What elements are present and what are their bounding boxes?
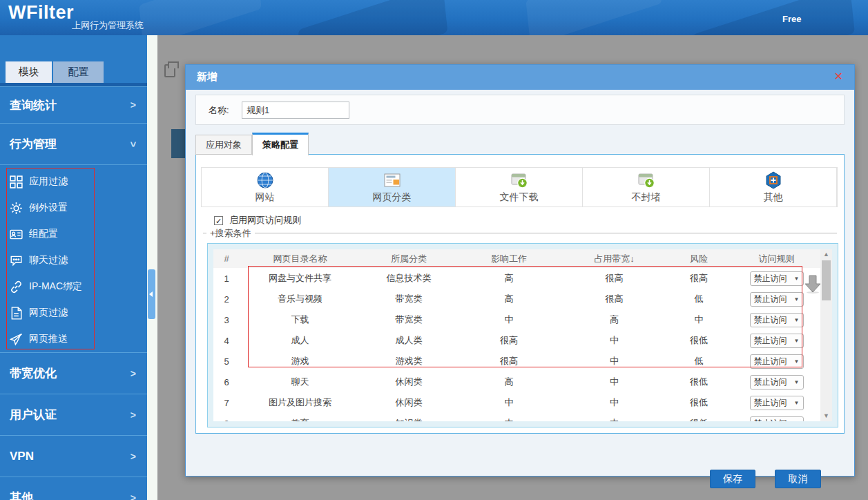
cell-name: 教育	[240, 417, 360, 421]
cell-index: 4	[213, 336, 240, 346]
cell-risk: 低	[668, 293, 730, 305]
cell-name: 音乐与视频	[240, 293, 360, 305]
tab-policy-config[interactable]: 策略配置	[252, 133, 309, 155]
enable-rule-label: 启用网页访问规则	[229, 214, 301, 227]
policy-category-tab[interactable]: 文件下载	[456, 168, 583, 206]
sidebar-section[interactable]: 带宽优化 >	[0, 352, 147, 394]
cell-category: 成人类	[360, 334, 457, 347]
category-label: 网页分类	[373, 191, 412, 204]
table-row: 6 聊天 休闲类 高 中 很低 禁止访问 ▼	[213, 372, 820, 392]
sidebar-section[interactable]: VPN >	[0, 435, 147, 477]
sidebar-tab-modules[interactable]: 模块	[6, 61, 52, 83]
table-row: 7 图片及图片搜索 休闲类 中 中 很低 禁止访问 ▼	[213, 392, 820, 413]
cell-index: 3	[213, 315, 240, 325]
close-icon[interactable]: ✕	[834, 70, 843, 83]
sidebar-submenu-item[interactable]: 组配置	[0, 221, 147, 247]
access-rule-select[interactable]: 禁止访问 ▼	[750, 334, 804, 348]
cell-risk: 中	[668, 314, 730, 326]
cell-category: 带宽类	[360, 314, 457, 326]
enable-rule-checkbox[interactable]: ✓	[214, 216, 223, 225]
link-icon	[10, 280, 23, 294]
globe-icon	[256, 171, 274, 189]
sidebar-section[interactable]: 用户认证 >	[0, 394, 147, 435]
sidebar: 模块 配置 查询统计 > 行为管理 > 应用过滤 例外设置	[0, 35, 147, 500]
cell-bandwidth: 很高	[561, 293, 668, 305]
table-row: 8 教育 知识类 中 中 很低 禁止访问 ▼	[213, 413, 820, 421]
sidebar-section[interactable]: 其他 >	[0, 477, 147, 500]
access-rule-select[interactable]: 禁止访问 ▼	[750, 416, 804, 422]
category-label: 网站	[255, 191, 275, 204]
section-label: VPN	[10, 450, 34, 463]
access-rule-select[interactable]: 禁止访问 ▼	[750, 292, 804, 307]
chevron-right-icon: >	[131, 492, 136, 500]
cell-bandwidth: 中	[561, 417, 668, 421]
sidebar-submenu-item[interactable]: 聊天过滤	[0, 247, 147, 273]
category-table-container: # 网页目录名称 所属分类 影响工作 占用带宽↓ 风险 访问规则 1 网盘与文件…	[207, 243, 838, 427]
cell-risk: 低	[668, 355, 730, 367]
policy-category-tab[interactable]: 网页分类	[329, 168, 456, 206]
search-conditions-legend[interactable]: +搜索条件	[206, 227, 255, 240]
keyboard-decoration	[139, 0, 262, 35]
grid-icon	[10, 175, 23, 189]
chat-icon	[10, 254, 23, 267]
sidebar-submenu-item[interactable]: 网页过滤	[0, 300, 147, 326]
dropdown-arrow-icon: ▼	[794, 379, 800, 385]
move-down-arrow-icon[interactable]	[804, 274, 822, 294]
scroll-down-icon[interactable]: ▼	[820, 411, 832, 421]
access-rule-select[interactable]: 禁止访问 ▼	[750, 271, 804, 286]
policy-category-tab[interactable]: 其他	[710, 168, 837, 206]
cell-index: 7	[213, 398, 240, 408]
cell-risk: 很低	[668, 334, 730, 347]
submenu-item-label: 聊天过滤	[29, 254, 68, 267]
dropdown-arrow-icon: ▼	[794, 421, 800, 422]
policy-category-tab[interactable]: 网站	[202, 168, 329, 206]
dialog-title: 新增	[197, 70, 218, 84]
sidebar-submenu-item[interactable]: IP-MAC绑定	[0, 273, 147, 300]
plus-hex-icon	[764, 171, 782, 189]
access-rule-select[interactable]: 禁止访问 ▼	[750, 375, 804, 390]
cell-bandwidth: 很高	[561, 272, 668, 285]
sidebar-collapse-strip	[147, 35, 157, 500]
policy-category-tab[interactable]: 不封堵	[583, 168, 710, 206]
table-header-row: # 网页目录名称 所属分类 影响工作 占用带宽↓ 风险 访问规则	[213, 249, 820, 268]
table-row: 5 游戏 游戏类 很高 中 低 禁止访问 ▼	[213, 351, 820, 372]
cell-category: 知识类	[360, 417, 457, 421]
cell-category: 休闲类	[360, 396, 457, 409]
sidebar-submenu-item[interactable]: 例外设置	[0, 195, 147, 221]
cell-category: 休闲类	[360, 376, 457, 388]
scrollbar-thumb[interactable]	[822, 260, 831, 300]
sidebar-section-behavior-mgmt[interactable]: 行为管理 >	[0, 123, 147, 164]
table-row: 4 成人 成人类 很高 中 很低 禁止访问 ▼	[213, 330, 820, 351]
cell-bandwidth: 中	[561, 334, 668, 347]
access-rule-select[interactable]: 禁止访问 ▼	[750, 313, 804, 327]
cell-name: 网盘与文件共享	[240, 272, 360, 285]
access-rule-select[interactable]: 禁止访问 ▼	[750, 354, 804, 369]
col-header-risk: 风险	[668, 253, 730, 265]
sidebar-menu: 查询统计 > 行为管理 > 应用过滤 例外设置 组配置	[0, 86, 147, 500]
cell-bandwidth: 中	[561, 376, 668, 388]
download-icon	[637, 171, 655, 189]
submenu-item-label: 网页过滤	[29, 307, 68, 319]
scroll-up-icon[interactable]: ▲	[820, 249, 832, 260]
webpage-icon	[383, 171, 401, 189]
sidebar-section-query-stats[interactable]: 查询统计 >	[0, 86, 147, 123]
sidebar-collapse-handle[interactable]	[148, 269, 155, 319]
sidebar-tab-bar: 模块 配置	[6, 61, 104, 83]
cell-name: 图片及图片搜索	[240, 396, 360, 409]
dialog-body: 名称: 应用对象 策略配置 网站 网页分类	[186, 90, 854, 476]
submenu-item-label: 应用过滤	[29, 175, 68, 188]
tab-application-target[interactable]: 应用对象	[195, 135, 252, 155]
save-button[interactable]: 保存	[710, 470, 755, 488]
sidebar-submenu-item[interactable]: 应用过滤	[0, 169, 147, 195]
cancel-button[interactable]: 取消	[775, 470, 821, 488]
cell-name: 聊天	[240, 376, 360, 388]
access-rule-select[interactable]: 禁止访问 ▼	[750, 396, 804, 410]
dropdown-arrow-icon: ▼	[794, 296, 800, 302]
col-header-bandwidth-sorted[interactable]: 占用带宽↓	[561, 253, 668, 265]
brand-subtitle: 上网行为管理系统	[72, 19, 144, 32]
sidebar-submenu-item[interactable]: 网页推送	[0, 326, 147, 352]
rule-name-input[interactable]	[242, 102, 349, 119]
chevron-right-icon: >	[131, 368, 136, 379]
sidebar-tab-config[interactable]: 配置	[53, 61, 104, 83]
table-scrollbar[interactable]: ▲ ▼	[820, 249, 832, 421]
